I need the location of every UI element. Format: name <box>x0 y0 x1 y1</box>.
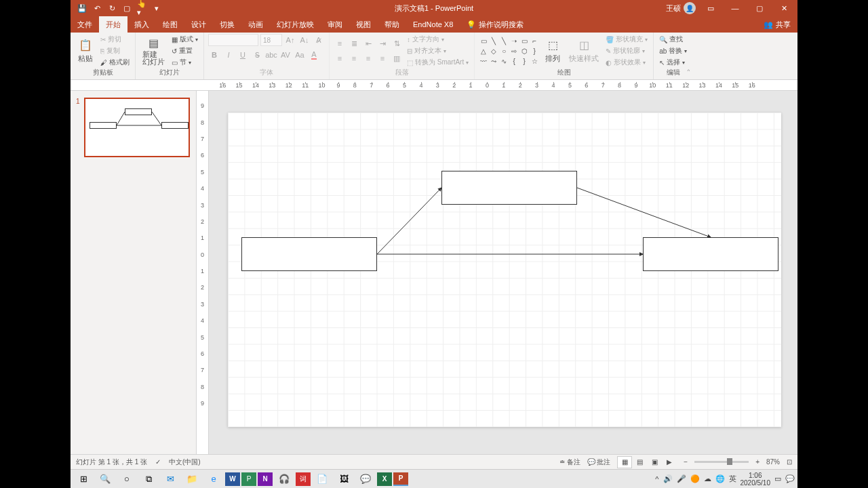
shape-box-left[interactable] <box>241 237 377 271</box>
numbering-button[interactable]: ≣ <box>348 37 360 49</box>
layout-button[interactable]: ▦版式▾ <box>170 34 199 45</box>
shape-box-top[interactable] <box>441 171 577 205</box>
ribbon-display-icon[interactable]: ▭ <box>701 0 720 16</box>
cut-button[interactable]: ✂剪切 <box>99 34 131 45</box>
tab-design[interactable]: 设计 <box>184 16 213 33</box>
spell-check-icon[interactable]: ✓ <box>155 458 161 466</box>
tab-draw[interactable]: 绘图 <box>156 16 184 33</box>
shapes-gallery[interactable]: ▭ ╲ ╲ ➝ ▭ ⌐ △ ◇ ○ ⇨ ⬡ } 〰 ⤳ ∿ { } <box>479 36 539 66</box>
taskbar-app-mail[interactable]: ✉ <box>160 471 180 487</box>
columns-button[interactable]: ▥ <box>391 52 403 64</box>
shape-outline-button[interactable]: ✎形状轮廓▾ <box>604 45 649 56</box>
shape-connector-icon[interactable]: ⤳ <box>489 56 498 66</box>
shape-line-icon[interactable]: ╲ <box>489 36 498 45</box>
new-slide-button[interactable]: ▤ 新建 幻灯片 <box>140 35 167 67</box>
shape-effects-button[interactable]: ◐形状效果▾ <box>604 57 649 68</box>
decrease-indent-button[interactable]: ⇤ <box>362 37 374 49</box>
tray-clock[interactable]: 1:06 2020/5/10 <box>741 472 771 487</box>
maximize-button[interactable]: ▢ <box>750 0 769 16</box>
shape-hexagon-icon[interactable]: ⬡ <box>519 46 529 56</box>
shape-diamond-icon[interactable]: ◇ <box>489 46 498 56</box>
shape-triangle-icon[interactable]: △ <box>479 46 488 56</box>
italic-button[interactable]: I <box>222 49 235 61</box>
collapse-ribbon-icon[interactable]: ^ <box>688 68 690 74</box>
shape-brace3-icon[interactable]: } <box>519 56 529 66</box>
find-button[interactable]: 🔍查找 <box>658 34 688 45</box>
font-color-button[interactable]: A <box>308 49 320 61</box>
bullets-button[interactable]: ≡ <box>334 37 346 49</box>
cortana-button[interactable]: ○ <box>117 471 137 487</box>
change-case-button[interactable]: Aa <box>294 49 306 61</box>
tab-file[interactable]: 文件 <box>71 16 99 33</box>
tab-insert[interactable]: 插入 <box>127 16 156 33</box>
shape-brace-icon[interactable]: } <box>530 46 539 56</box>
shape-oval-icon[interactable]: ○ <box>499 46 509 56</box>
format-painter-button[interactable]: 🖌格式刷 <box>99 57 131 68</box>
bold-button[interactable]: B <box>208 49 220 61</box>
font-family-input[interactable] <box>208 34 258 46</box>
decrease-font-icon[interactable]: A↓ <box>298 34 311 46</box>
search-button[interactable]: 🔍 <box>95 471 115 487</box>
task-view-button[interactable]: ⧉ <box>138 471 159 487</box>
touch-mode-icon[interactable]: 👆▾ <box>137 3 146 13</box>
taskbar-app-powerpoint[interactable]: P <box>393 472 408 486</box>
save-icon[interactable]: 💾 <box>77 3 87 13</box>
shape-rect2-icon[interactable]: ▭ <box>519 36 529 45</box>
taskbar-app-pdf[interactable]: P <box>241 472 256 486</box>
shape-elbow-icon[interactable]: ⌐ <box>530 36 539 45</box>
taskbar-app-ie[interactable]: e <box>203 471 224 487</box>
slideshow-icon[interactable]: ▢ <box>122 3 132 13</box>
taskbar-app-walkman[interactable]: 🎧 <box>274 471 294 487</box>
taskbar-app-dict[interactable]: 词 <box>296 472 311 486</box>
taskbar-app-excel[interactable]: X <box>377 472 392 486</box>
tray-network-icon[interactable]: 🌐 <box>715 474 725 483</box>
connector-top-right[interactable] <box>577 188 711 237</box>
notes-button[interactable]: ≐ 备注 <box>559 458 580 467</box>
slide-thumbnail-1[interactable] <box>84 98 190 157</box>
copy-button[interactable]: ⎘复制 <box>99 45 131 56</box>
zoom-slider[interactable] <box>694 461 749 463</box>
line-spacing-button[interactable]: ⇅ <box>391 37 403 49</box>
slide-thumbnails-pane[interactable]: 1 <box>71 91 197 454</box>
align-left-button[interactable]: ≡ <box>334 52 346 64</box>
align-text-button[interactable]: ⊟对齐文本▾ <box>406 45 470 56</box>
zoom-out-button[interactable]: − <box>684 458 688 466</box>
shape-arrow2-icon[interactable]: ⇨ <box>509 46 519 56</box>
tray-app-icon[interactable]: 🟠 <box>690 474 700 483</box>
start-button[interactable]: ⊞ <box>73 471 94 487</box>
taskbar-app-onenote[interactable]: N <box>258 472 273 486</box>
tray-mic-icon[interactable]: 🎤 <box>677 474 686 483</box>
redo-icon[interactable]: ↻ <box>107 3 117 13</box>
fit-window-button[interactable]: ⊡ <box>787 458 792 466</box>
qat-more-icon[interactable]: ▾ <box>152 3 161 13</box>
select-button[interactable]: ↖选择▾ <box>658 57 688 68</box>
shape-brace2-icon[interactable]: { <box>509 56 519 66</box>
increase-font-icon[interactable]: A↑ <box>284 34 296 46</box>
section-button[interactable]: ▭节▾ <box>170 57 199 68</box>
justify-button[interactable]: ≡ <box>376 52 389 64</box>
shadow-button[interactable]: abc <box>265 49 277 61</box>
tab-slideshow[interactable]: 幻灯片放映 <box>270 16 321 33</box>
shape-line2-icon[interactable]: ╲ <box>499 36 509 45</box>
strikethrough-button[interactable]: S̶ <box>251 49 263 61</box>
tell-me-search[interactable]: 💡 操作说明搜索 <box>460 16 530 33</box>
taskbar-app-readpaper[interactable]: 📄 <box>312 471 332 487</box>
tab-home[interactable]: 开始 <box>99 16 127 33</box>
close-button[interactable]: ✕ <box>774 0 793 16</box>
shape-rect-icon[interactable]: ▭ <box>479 36 488 45</box>
reading-view-button[interactable]: ▣ <box>647 456 662 468</box>
tray-app2-icon[interactable]: ☁ <box>704 474 711 483</box>
language-label[interactable]: 中文(中国) <box>169 458 201 467</box>
replace-button[interactable]: ab替换▾ <box>658 45 688 56</box>
sorter-view-button[interactable]: ▤ <box>632 456 647 468</box>
tab-help[interactable]: 帮助 <box>378 16 406 33</box>
undo-icon[interactable]: ↶ <box>92 3 102 13</box>
user-account[interactable]: 王硕 👤 <box>666 2 696 14</box>
clear-formatting-icon[interactable]: A̷ <box>313 34 325 46</box>
smartart-button[interactable]: ⬚转换为 SmartArt▾ <box>406 57 470 68</box>
shape-curve-icon[interactable]: 〰 <box>479 56 488 66</box>
reset-button[interactable]: ↺重置 <box>170 45 199 56</box>
tab-endnote[interactable]: EndNote X8 <box>406 16 460 33</box>
tray-action-center-icon[interactable]: 💬 <box>785 474 795 483</box>
font-size-input[interactable]: 18 <box>260 34 282 46</box>
